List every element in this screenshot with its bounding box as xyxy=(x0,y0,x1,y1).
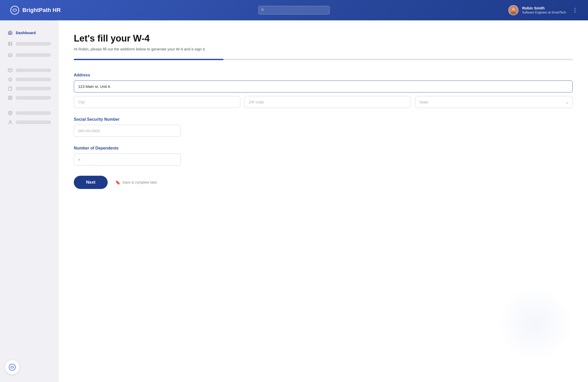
svg-rect-4 xyxy=(8,42,12,46)
sidebar-section xyxy=(5,66,53,102)
dependents-section: Number of Dependents xyxy=(74,146,573,166)
sidebar-item-doc[interactable] xyxy=(5,84,53,93)
svg-point-14 xyxy=(9,120,11,122)
address-row: State ALAKAZAR CACOCTDE FLGAHIID ILINIAK… xyxy=(74,96,573,108)
user-info: Robin Smith Software Engineer at SmartTe… xyxy=(522,6,566,15)
progress-bar-fill xyxy=(74,59,223,60)
ssn-section: Social Security Number xyxy=(74,117,573,137)
user-title: Software Engineer at SmartTech xyxy=(522,11,566,15)
user-icon xyxy=(8,120,13,125)
svg-point-15 xyxy=(9,364,16,371)
inbox-icon xyxy=(8,52,13,58)
avatar xyxy=(508,5,519,15)
sidebar-item-grid[interactable] xyxy=(5,93,53,102)
sidebar-item-settings[interactable] xyxy=(5,108,53,118)
brand-name: BrightPath HR xyxy=(22,7,61,13)
sidebar-bottom-section xyxy=(5,108,53,127)
sidebar-item-table[interactable] xyxy=(5,39,53,48)
table-icon xyxy=(8,41,13,46)
home-icon xyxy=(8,30,13,35)
form-actions: Next 🔖 Save & complete later xyxy=(74,176,573,189)
grid-icon xyxy=(8,95,13,100)
city-input[interactable] xyxy=(74,96,240,108)
svg-point-3 xyxy=(511,11,516,16)
brand-logo: BrightPath HR xyxy=(10,6,61,15)
progress-bar-container xyxy=(74,59,573,60)
sidebar-placeholder-7 xyxy=(16,111,51,115)
bottom-brand-icon xyxy=(9,364,16,371)
zip-input[interactable] xyxy=(244,96,411,108)
svg-point-0 xyxy=(11,6,19,14)
dependents-label: Number of Dependents xyxy=(74,146,573,151)
bookmark-icon: 🔖 xyxy=(115,180,120,185)
main-content: Let's fill your W-4 Hi Robin, please fil… xyxy=(59,20,588,382)
search-container: 🔍 xyxy=(258,6,330,15)
sidebar: Dashboard xyxy=(0,20,59,382)
next-button[interactable]: Next xyxy=(74,176,108,189)
dependents-input[interactable] xyxy=(74,154,181,166)
address-input[interactable] xyxy=(74,80,573,92)
settings-icon xyxy=(8,111,13,116)
sidebar-placeholder-5 xyxy=(16,87,51,90)
sidebar-item-dashboard[interactable]: Dashboard xyxy=(5,28,53,37)
search-icon: 🔍 xyxy=(261,8,265,12)
svg-point-2 xyxy=(512,8,515,11)
menu-dots-button[interactable]: ⋮ xyxy=(572,7,578,13)
svg-point-13 xyxy=(10,113,11,114)
sidebar-placeholder-6 xyxy=(16,96,51,100)
search-input[interactable] xyxy=(258,6,330,15)
user-profile: Robin Smith Software Engineer at SmartTe… xyxy=(508,5,578,15)
sidebar-placeholder-4 xyxy=(16,78,51,81)
sidebar-placeholder-8 xyxy=(16,120,51,124)
sidebar-placeholder-1 xyxy=(16,42,51,46)
page-subtitle: Hi Robin, please fill out the webform be… xyxy=(74,47,573,51)
sidebar-item-star[interactable] xyxy=(5,75,53,84)
avatar-image xyxy=(509,5,518,15)
svg-marker-8 xyxy=(8,78,12,81)
svg-rect-11 xyxy=(11,98,12,100)
app-header: BrightPath HR 🔍 Robin Smith Software Eng… xyxy=(0,0,588,20)
sidebar-item-user[interactable] xyxy=(5,118,53,127)
save-later-label: Save & complete later xyxy=(122,180,157,184)
save-later-button[interactable]: 🔖 Save & complete later xyxy=(115,180,157,185)
ssn-label: Social Security Number xyxy=(74,117,573,122)
sidebar-placeholder-2 xyxy=(16,53,51,57)
svg-rect-12 xyxy=(8,98,10,100)
svg-rect-9 xyxy=(8,96,10,97)
sidebar-item-inbox[interactable] xyxy=(5,50,53,60)
svg-rect-10 xyxy=(11,96,12,97)
user-name: Robin Smith xyxy=(522,6,566,11)
sidebar-placeholder-3 xyxy=(16,69,51,72)
dependents-input-wrap xyxy=(74,154,181,166)
doc-icon xyxy=(8,86,13,91)
address-section: Address State ALAKAZAR CACOCTDE FLGAHIID… xyxy=(74,73,573,108)
sidebar-item-mail[interactable] xyxy=(5,66,53,75)
sidebar-bottom-logo xyxy=(5,360,19,374)
brand-icon xyxy=(10,6,19,15)
state-dropdown-wrap: State ALAKAZAR CACOCTDE FLGAHIID ILINIAK… xyxy=(415,96,573,108)
mail-icon xyxy=(8,68,13,73)
state-select[interactable]: State ALAKAZAR CACOCTDE FLGAHIID ILINIAK… xyxy=(415,96,573,108)
star-icon xyxy=(8,77,13,82)
ssn-input[interactable] xyxy=(74,125,181,137)
ssn-input-wrap xyxy=(74,125,181,137)
sidebar-item-dashboard-label: Dashboard xyxy=(16,31,36,35)
page-title: Let's fill your W-4 xyxy=(74,33,573,44)
address-label: Address xyxy=(74,73,573,77)
body-layout: Dashboard xyxy=(0,20,588,382)
